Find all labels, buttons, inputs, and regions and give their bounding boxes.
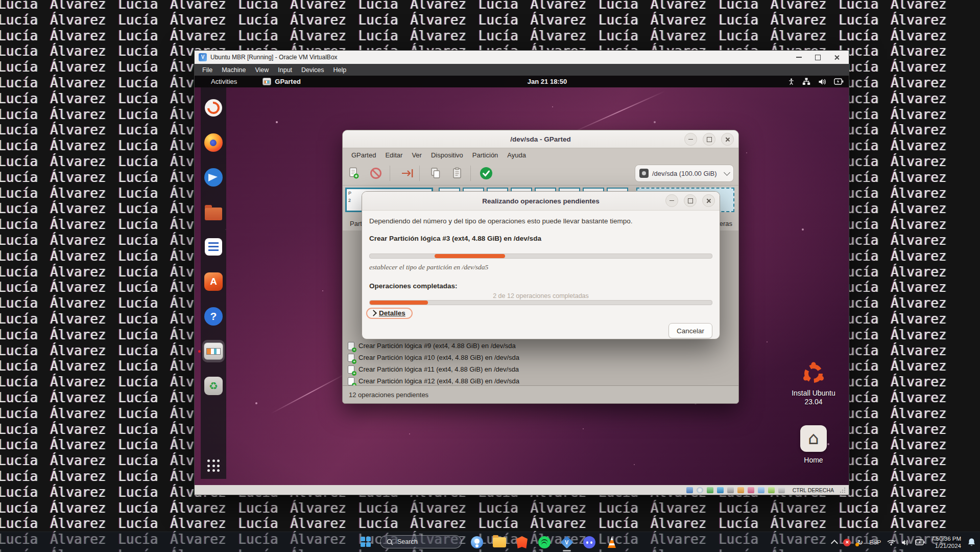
copy-button[interactable] <box>428 166 443 180</box>
menu-view[interactable]: View <box>250 66 273 74</box>
taskbar-volume-icon[interactable] <box>901 539 909 546</box>
taskbar-search[interactable]: Search <box>380 535 462 548</box>
gparted-menu-particion[interactable]: Partición <box>468 151 503 159</box>
tray-sync-icon[interactable]: ↻ <box>857 538 863 546</box>
vbox-optical-icon[interactable] <box>697 487 703 493</box>
dock-item-trash[interactable]: ♻ <box>202 375 225 397</box>
current-operation-progressbar <box>369 254 712 259</box>
gparted-menu-ayuda[interactable]: Ayuda <box>503 151 531 159</box>
minimize-icon <box>688 139 693 140</box>
taskbar-brave[interactable] <box>511 532 533 552</box>
vlc-icon <box>606 537 617 548</box>
vbox-display-icon[interactable] <box>758 487 764 493</box>
resize-move-button[interactable] <box>400 166 415 180</box>
virtualbox-titlebar[interactable]: V Ubuntu MBR [Running] - Oracle VM Virtu… <box>195 51 849 64</box>
expander-chevron-icon <box>370 310 377 316</box>
maximize-icon <box>707 137 712 142</box>
activities-button[interactable]: Activities <box>208 78 240 85</box>
new-partition-button[interactable] <box>347 166 361 180</box>
vbox-shared-folders-icon[interactable] <box>737 487 744 493</box>
operation-text: Crear Partición lógica #10 (ext4, 4.88 G… <box>358 354 519 361</box>
host-minimize-icon[interactable] <box>796 57 802 58</box>
virtualbox-window: V Ubuntu MBR [Running] - Oracle VM Virtu… <box>194 50 849 495</box>
cancel-button-label: Cancelar <box>677 327 704 335</box>
taskbar-virtualbox[interactable]: V <box>556 532 578 552</box>
menu-devices[interactable]: Devices <box>297 66 328 74</box>
pending-operation-row[interactable]: Crear Partición lógica #9 (ext4, 4.88 Gi… <box>343 340 738 352</box>
dialog-titlebar[interactable]: Realizando operaciones pendientes <box>362 192 720 211</box>
panel-clock[interactable]: Jan 21 18:50 <box>528 78 567 85</box>
language-indicator[interactable]: ESP <box>869 539 881 545</box>
vbox-audio-icon[interactable] <box>707 487 713 493</box>
windows-taskbar: Search V ✕ ↻ ESP <box>0 532 980 552</box>
files-folder-icon <box>205 208 222 220</box>
host-maximize-icon[interactable] <box>815 55 821 60</box>
vbox-usb-icon[interactable] <box>727 487 734 493</box>
gparted-toolbar: /dev/sda (100.00 GiB) <box>343 162 738 186</box>
dialog-close-button[interactable] <box>702 194 715 207</box>
dialog-minimize-button[interactable] <box>665 194 678 207</box>
dialog-description: Dependiendo del número y del tipo de ope… <box>369 217 633 225</box>
gparted-maximize-button[interactable] <box>703 133 715 146</box>
virtualbox-window-title: Ubuntu MBR [Running] - Oracle VM Virtual… <box>210 54 338 61</box>
ubuntu-welcome-icon <box>205 99 222 117</box>
host-close-icon[interactable] <box>834 55 840 60</box>
taskbar-chat-icon[interactable] <box>466 532 488 552</box>
menu-machine[interactable]: Machine <box>217 66 250 74</box>
taskbar-clock[interactable]: 7:50:36 PM 1/21/2024 <box>931 535 961 549</box>
panel-system-tray[interactable] <box>788 78 844 85</box>
tray-alert-badge-icon[interactable]: ✕ <box>843 539 851 546</box>
taskbar-discord[interactable] <box>578 532 601 552</box>
gparted-titlebar[interactable]: /dev/sda - GParted <box>343 130 738 148</box>
dock-item-thunderbird[interactable] <box>202 166 225 189</box>
taskbar-spotify[interactable] <box>533 532 556 552</box>
start-button[interactable] <box>361 537 372 548</box>
thunderbird-icon <box>204 168 223 187</box>
resize-grip[interactable] <box>840 487 846 493</box>
menu-file[interactable]: File <box>198 66 217 74</box>
gparted-menu-dispositivo[interactable]: Dispositivo <box>426 151 468 159</box>
gparted-menu-gparted[interactable]: GParted <box>347 151 380 159</box>
taskbar-battery-icon[interactable] <box>915 539 925 545</box>
gparted-close-button[interactable] <box>721 133 734 146</box>
dock-item-ubuntu-software[interactable]: A <box>202 270 225 293</box>
dialog-maximize-button[interactable] <box>684 194 697 207</box>
device-selector[interactable]: /dev/sda (100.00 GiB) <box>635 165 734 182</box>
dock-item-files[interactable] <box>202 201 225 223</box>
details-expander[interactable]: Detalles <box>366 308 413 319</box>
wifi-icon[interactable] <box>887 539 895 546</box>
pending-operation-row[interactable]: Crear Partición lógica #11 (ext4, 4.88 G… <box>343 363 738 375</box>
gparted-menu-editar[interactable]: Editar <box>380 151 407 159</box>
taskbar-vlc[interactable] <box>601 532 623 552</box>
tray-chevron-up-icon[interactable] <box>831 540 838 547</box>
apply-operations-button[interactable] <box>479 166 493 180</box>
delete-partition-button[interactable] <box>369 166 383 180</box>
menu-help[interactable]: Help <box>329 66 351 74</box>
vbox-recording-icon[interactable] <box>748 487 754 493</box>
dock-item-welcome[interactable] <box>202 97 225 119</box>
file-explorer-icon <box>493 537 506 547</box>
desktop-icon-home[interactable]: ⌂ <box>800 425 827 452</box>
dock-item-firefox[interactable] <box>202 131 225 154</box>
vbox-hdd-icon[interactable] <box>686 487 693 493</box>
taskbar-file-explorer[interactable] <box>488 532 511 552</box>
desktop-icon-install-ubuntu[interactable] <box>800 360 827 387</box>
show-applications-button[interactable] <box>207 459 220 472</box>
brave-icon <box>516 536 528 548</box>
dock-item-libreoffice-writer[interactable] <box>202 236 225 258</box>
notifications-bell-icon[interactable] <box>967 538 976 547</box>
cancel-button[interactable]: Cancelar <box>668 323 712 338</box>
vbox-mouse-icon[interactable] <box>778 487 785 493</box>
ubuntu-top-panel: Activities GParted Jan 21 18:50 <box>195 76 849 87</box>
paste-button[interactable] <box>450 166 464 180</box>
firefox-icon <box>204 133 223 152</box>
focused-app-indicator[interactable]: GParted <box>262 78 301 85</box>
menu-input[interactable]: Input <box>273 66 297 74</box>
dock-item-gparted[interactable] <box>202 340 225 362</box>
gparted-menu-ver[interactable]: Ver <box>407 151 426 159</box>
dock-item-help[interactable]: ? <box>202 305 225 328</box>
gparted-minimize-button[interactable] <box>684 133 697 146</box>
pending-operation-row[interactable]: Crear Partición lógica #10 (ext4, 4.88 G… <box>343 352 738 363</box>
vbox-network-icon[interactable] <box>717 487 724 493</box>
vbox-features-icon[interactable] <box>768 487 775 493</box>
